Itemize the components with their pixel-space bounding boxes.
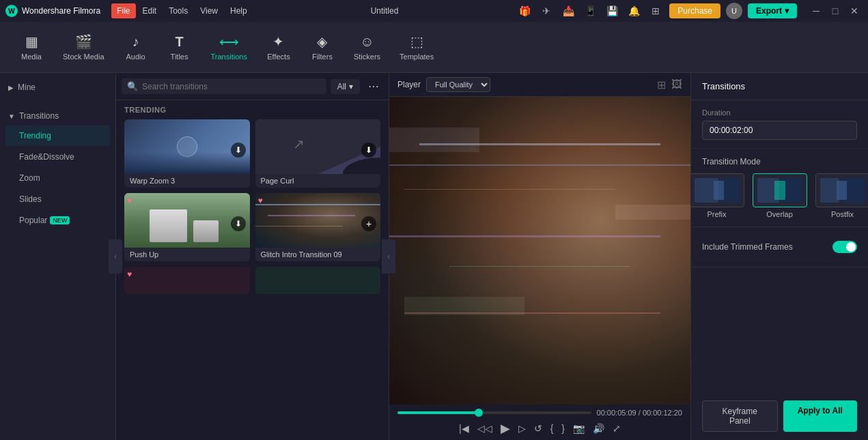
transition-card-extra2[interactable] — [255, 267, 381, 294]
player-label: Player — [397, 80, 421, 89]
toolbar-titles[interactable]: T Titles — [159, 29, 200, 66]
close-button[interactable]: ✕ — [846, 3, 863, 19]
duration-label: Duration — [702, 108, 857, 117]
transition-card-push-up[interactable]: ♥ ⬇ Push Up — [124, 193, 250, 261]
trimmed-frames-section: Include Trimmed Frames — [691, 227, 868, 267]
sidebar-collapse-handle[interactable]: ‹ — [109, 239, 122, 274]
menu-edit[interactable]: Edit — [137, 3, 163, 18]
skip-back-icon[interactable]: |◀ — [459, 423, 469, 434]
filter-chevron: ▾ — [349, 82, 353, 91]
toolbar-stock-media[interactable]: 🎬 Stock Media — [55, 28, 113, 66]
preview-icons: ⊞ 🖼 — [657, 78, 682, 91]
download-icon[interactable]: 📥 — [560, 3, 576, 19]
push-up-download-icon[interactable]: ⬇ — [231, 216, 246, 231]
sidebar-item-popular[interactable]: Popular NEW — [5, 210, 110, 231]
video-preview: Player Full Quality ⊞ 🖼 — [389, 73, 690, 440]
sidebar-item-fade-dissolve[interactable]: Fade&Dissolve — [5, 147, 110, 167]
save-icon[interactable]: 💾 — [604, 3, 620, 19]
transitions-list-collapse[interactable]: ‹ — [382, 239, 395, 274]
filters-label: Filters — [312, 53, 333, 61]
progress-bar[interactable] — [397, 411, 591, 414]
screen-icon[interactable]: 📱 — [582, 3, 598, 19]
notify-icon[interactable]: 🔔 — [626, 3, 642, 19]
transition-card-glitch-intro[interactable]: ♥ + Glitch Intro Transition 09 — [255, 193, 381, 261]
step-back-icon[interactable]: ◁◁ — [477, 423, 492, 434]
menu-help[interactable]: Help — [225, 3, 253, 18]
toolbar-filters[interactable]: ◈ Filters — [302, 28, 343, 66]
transition-card-page-curl[interactable]: ↗ ⬇ Page Curl — [255, 119, 381, 188]
progress-handle[interactable] — [475, 409, 483, 417]
menu-tools[interactable]: Tools — [163, 3, 193, 18]
toolbar-effects[interactable]: ✦ Effects — [258, 28, 299, 66]
play-button[interactable]: ▶ — [501, 421, 510, 436]
share-icon[interactable]: ✈ — [538, 3, 555, 19]
transitions-label: Transitions — [211, 53, 247, 61]
mode-overlap-thumb[interactable] — [753, 173, 807, 207]
sidebar-transitions-header[interactable]: ▼ Transitions — [0, 107, 115, 125]
page-curl-download-icon[interactable]: ⬇ — [361, 143, 376, 158]
include-trimmed-label: Include Trimmed Frames — [702, 242, 793, 252]
transition-card-extra1[interactable]: ♥ — [124, 267, 250, 294]
toolbar-transitions[interactable]: ⟷ Transitions — [203, 28, 255, 66]
minimize-button[interactable]: ─ — [808, 3, 824, 19]
content-area: 🔍 All ▾ ⋯ TRENDING ⬇ — [116, 73, 690, 440]
playback-buttons: |◀ ◁◁ ▶ ▷ ↺ { } 📷 🔊 ⤢ — [397, 421, 682, 436]
mark-out-icon[interactable]: } — [561, 423, 565, 434]
video-glitch-blocks — [389, 97, 690, 405]
mark-in-icon[interactable]: { — [550, 423, 554, 434]
photo-icon[interactable]: 🖼 — [671, 78, 682, 91]
search-box[interactable]: 🔍 — [122, 78, 326, 94]
sidebar-item-slides[interactable]: Slides — [5, 189, 110, 209]
gift-icon[interactable]: 🎁 — [516, 3, 533, 19]
fullscreen-icon[interactable]: ⤢ — [613, 423, 621, 434]
include-trimmed-toggle[interactable] — [832, 241, 857, 253]
toolbar-templates[interactable]: ⬚ Templates — [391, 28, 442, 66]
main-area: ▶ Mine ▼ Transitions Trending Fade&Disso… — [0, 73, 868, 440]
step-forward-icon[interactable]: ▷ — [518, 423, 526, 434]
filter-all-button[interactable]: All ▾ — [331, 79, 360, 94]
export-label: Export — [756, 6, 782, 16]
more-options-button[interactable]: ⋯ — [364, 78, 383, 94]
volume-icon[interactable]: 🔊 — [593, 423, 604, 434]
transition-card-warp-zoom[interactable]: ⬇ Warp Zoom 3 — [124, 119, 250, 188]
main-toolbar: ▦ Media 🎬 Stock Media ♪ Audio T Titles ⟷… — [0, 22, 868, 73]
grid-view-icon[interactable]: ⊞ — [657, 78, 666, 91]
menu-file[interactable]: File — [111, 3, 135, 18]
keyframe-panel-button[interactable]: Keyframe Panel — [702, 400, 778, 432]
include-trimmed-toggle-row: Include Trimmed Frames — [702, 235, 857, 259]
maximize-button[interactable]: □ — [827, 3, 843, 19]
mode-postfix-thumb[interactable] — [815, 173, 869, 207]
purchase-button[interactable]: Purchase — [669, 3, 720, 18]
menu-view[interactable]: View — [195, 3, 223, 18]
media-icon: ▦ — [25, 33, 38, 50]
duration-section: Duration — [691, 100, 868, 149]
toolbar-audio[interactable]: ♪ Audio — [115, 29, 156, 66]
transition-mode-section: Transition Mode Prefix — [691, 149, 868, 227]
toolbar-stickers[interactable]: ☺ Stickers — [346, 29, 389, 66]
sidebar-item-trending[interactable]: Trending — [5, 126, 110, 146]
app-logo: W Wondershare Filmora — [5, 5, 100, 17]
user-avatar[interactable]: U — [726, 3, 742, 19]
search-input[interactable] — [142, 82, 321, 91]
stickers-icon: ☺ — [360, 34, 374, 50]
sidebar-item-zoom[interactable]: Zoom — [5, 168, 110, 188]
apply-to-all-button[interactable]: Apply to All — [783, 400, 858, 432]
quality-select[interactable]: Full Quality — [426, 77, 490, 92]
sidebar-mine-header[interactable]: ▶ Mine — [0, 78, 115, 96]
export-button[interactable]: Export ▾ — [748, 3, 797, 18]
loop-icon[interactable]: ↺ — [534, 423, 542, 434]
mode-prefix-thumb[interactable] — [690, 173, 744, 207]
extra1-thumb: ♥ — [124, 267, 250, 294]
current-time: 00:00:05:09 / 00:00:12:20 — [597, 409, 682, 417]
glitch-label: Glitch Intro Transition 09 — [255, 248, 381, 261]
toggle-knob — [846, 242, 856, 252]
warp-zoom-thumb: ⬇ — [124, 119, 250, 174]
grid-icon[interactable]: ⊞ — [647, 3, 664, 19]
camera-icon[interactable]: 📷 — [573, 423, 585, 434]
glitch-add-icon[interactable]: + — [361, 216, 376, 231]
toolbar-media[interactable]: ▦ Media — [11, 28, 52, 66]
warp-zoom-download-icon[interactable]: ⬇ — [231, 143, 246, 158]
mine-arrow: ▶ — [8, 84, 14, 91]
duration-input[interactable] — [702, 121, 857, 140]
titlebar: W Wondershare Filmora File Edit Tools Vi… — [0, 0, 868, 22]
